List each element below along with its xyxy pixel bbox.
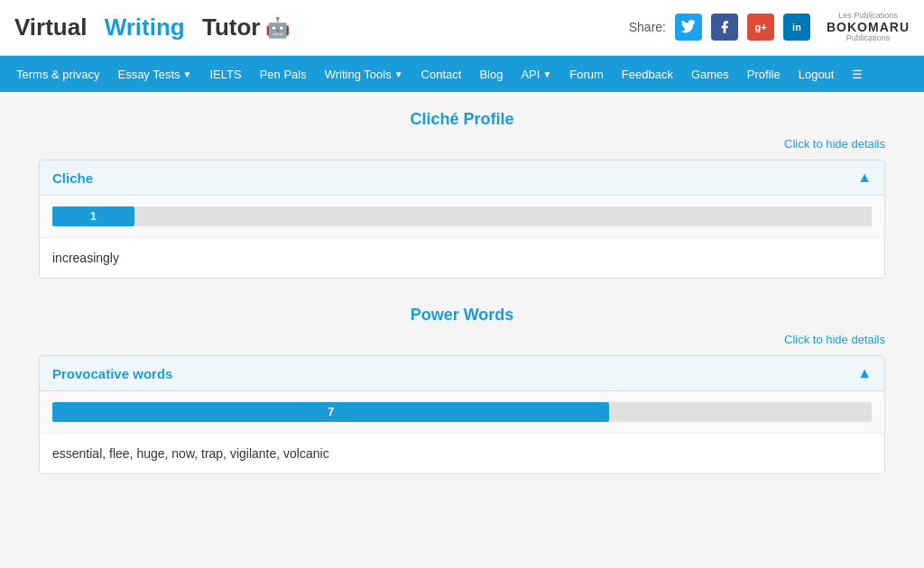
nav-blog[interactable]: Blog xyxy=(470,56,512,92)
power-words-card-header: Provocative words ▲ xyxy=(40,356,884,391)
cliche-hide-row: Click to hide details xyxy=(39,136,885,151)
power-words-progress-value: 7 xyxy=(328,406,334,418)
nav-menu[interactable]: ☰ xyxy=(843,56,872,92)
logo-writing: Writing xyxy=(105,14,185,41)
nav-essay-tests[interactable]: Essay Tests▼ xyxy=(108,56,200,92)
facebook-button[interactable] xyxy=(711,14,738,41)
cliche-progress-bar-bg: 1 xyxy=(52,206,872,226)
power-words-card-title: Provocative words xyxy=(52,366,172,381)
nav-contact[interactable]: Contact xyxy=(412,56,471,92)
nav-profile[interactable]: Profile xyxy=(738,56,790,92)
power-words-chevron-up[interactable]: ▲ xyxy=(857,365,872,381)
power-words-card-body: essential, flee, huge, now, trap, vigila… xyxy=(40,434,884,473)
cliche-card-title: Cliche xyxy=(52,170,93,186)
nav-logout[interactable]: Logout xyxy=(790,56,844,92)
bokomaru-brand: BOKOMARU xyxy=(827,21,910,34)
cliche-title: Cliché Profile xyxy=(39,110,885,129)
cliche-progress-bar-fill: 1 xyxy=(52,206,134,226)
cliche-hide-link[interactable]: Click to hide details xyxy=(784,137,885,151)
bokomaru-line2: Publications xyxy=(846,34,891,43)
power-words-card: Provocative words ▲ 7 essential, flee, h… xyxy=(39,355,885,474)
header: Virtual Writing Tutor 🤖 Share: g+ in Les… xyxy=(0,0,924,56)
logo-virtual: Virtual xyxy=(14,14,87,41)
cliche-words: increasingly xyxy=(52,251,119,265)
cliche-card-header: Cliche ▲ xyxy=(40,160,884,196)
nav-feedback[interactable]: Feedback xyxy=(613,56,682,92)
cliche-progress-section: 1 xyxy=(40,196,884,238)
logo: Virtual Writing Tutor 🤖 xyxy=(14,14,290,41)
navbar: Terms & privacy Essay Tests▼ IELTS Pen P… xyxy=(0,56,924,92)
logo-tutor: Tutor xyxy=(202,14,261,41)
power-words-progress-bar-fill: 7 xyxy=(52,402,609,422)
nav-ielts[interactable]: IELTS xyxy=(201,56,251,92)
main-content: Cliché Profile Click to hide details Cli… xyxy=(24,110,900,474)
nav-games[interactable]: Games xyxy=(682,56,738,92)
nav-writing-tools[interactable]: Writing Tools▼ xyxy=(316,56,412,92)
robot-icon: 🤖 xyxy=(265,16,290,40)
linkedin-button[interactable]: in xyxy=(783,14,810,41)
twitter-button[interactable] xyxy=(675,14,702,41)
nav-forum[interactable]: Forum xyxy=(560,56,613,92)
power-words-progress-bar-bg: 7 xyxy=(52,402,872,422)
header-right: Share: g+ in Les Publications BOKOMARU P… xyxy=(629,12,910,43)
power-words-list: essential, flee, huge, now, trap, vigila… xyxy=(52,446,329,461)
cliche-card-body: increasingly xyxy=(40,238,884,278)
cliche-chevron-up[interactable]: ▲ xyxy=(857,169,872,186)
power-words-title: Power Words xyxy=(39,306,885,325)
cliche-section: Cliché Profile Click to hide details Cli… xyxy=(39,110,885,279)
power-words-hide-link[interactable]: Click to hide details xyxy=(784,333,885,346)
bokomaru-logo: Les Publications BOKOMARU Publications xyxy=(827,12,910,43)
nav-pen-pals[interactable]: Pen Pals xyxy=(251,56,316,92)
power-words-hide-row: Click to hide details xyxy=(39,332,885,346)
share-label: Share: xyxy=(629,20,666,34)
gplus-button[interactable]: g+ xyxy=(747,14,774,41)
cliche-progress-value: 1 xyxy=(90,210,97,223)
cliche-card: Cliche ▲ 1 increasingly xyxy=(39,160,885,279)
power-words-progress-section: 7 xyxy=(40,391,884,434)
nav-terms[interactable]: Terms & privacy xyxy=(7,56,108,92)
nav-api[interactable]: API▼ xyxy=(512,56,560,92)
power-words-section: Power Words Click to hide details Provoc… xyxy=(39,306,885,474)
